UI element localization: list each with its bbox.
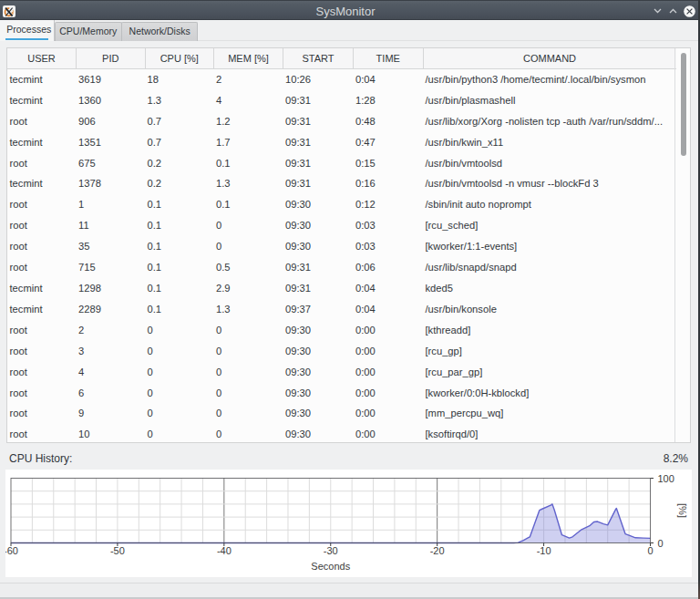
svg-text:-60: -60 xyxy=(5,545,18,556)
svg-text:[%]: [%] xyxy=(677,503,688,518)
svg-text:0: 0 xyxy=(658,538,664,549)
svg-text:-10: -10 xyxy=(537,545,551,556)
svg-text:-40: -40 xyxy=(217,545,232,556)
svg-text:-30: -30 xyxy=(324,545,338,556)
svg-text:-20: -20 xyxy=(430,545,445,556)
svg-text:Seconds: Seconds xyxy=(311,561,350,572)
svg-text:-50: -50 xyxy=(110,545,125,556)
svg-text:0: 0 xyxy=(647,545,653,556)
svg-text:100: 100 xyxy=(658,473,674,484)
